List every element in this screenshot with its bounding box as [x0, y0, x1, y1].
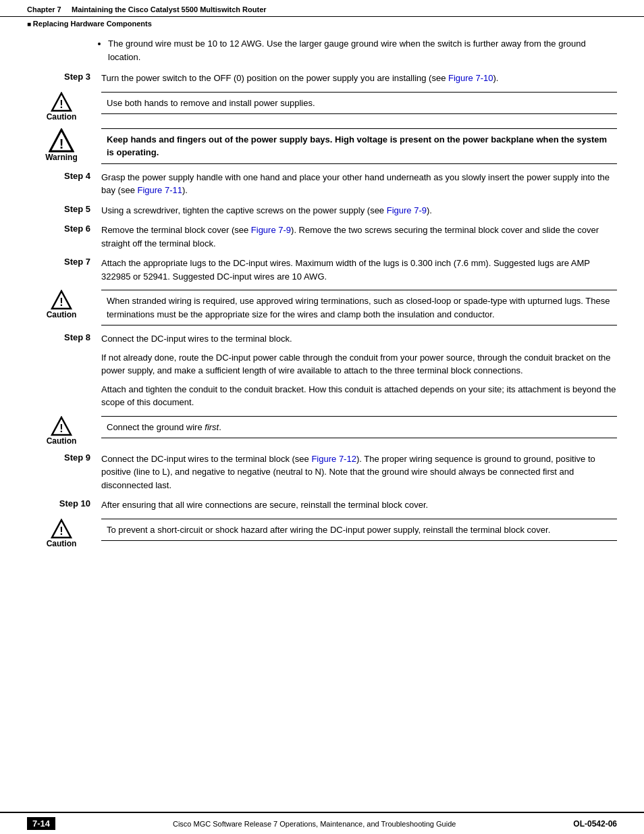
step-7-content: Attach the appropriate lugs to the DC-in…: [101, 257, 617, 283]
bullet-list: The ground wire must be 10 to 12 AWG. Us…: [108, 37, 617, 63]
figure-7-12-link[interactable]: Figure 7-12: [311, 454, 356, 464]
chapter-num: Chapter 7: [27, 5, 61, 14]
caution-3-label: Caution: [47, 436, 77, 446]
figure-7-11-link[interactable]: Figure 7-11: [137, 185, 182, 195]
page-number: 7-14: [27, 817, 55, 830]
caution-3-icon-area: ! Caution: [27, 416, 101, 446]
step-7-row: Step 7 Attach the appropriate lugs to th…: [27, 257, 617, 283]
step-10-row: Step 10 After ensuring that all wire con…: [27, 498, 617, 512]
caution-1-label: Caution: [47, 112, 77, 122]
step-9-row: Step 9 Connect the DC-input wires to the…: [27, 452, 617, 492]
caution-4-icon-area: ! Caution: [27, 519, 101, 548]
step-6-content: Remove the terminal block cover (see Fig…: [101, 224, 617, 250]
svg-text:!: !: [59, 136, 64, 151]
caution-1-icon-area: ! Caution: [27, 92, 101, 122]
caution-1-row: ! Caution Use both hands to remove and i…: [27, 92, 617, 122]
warning-1-row: ! Warning Keep hands and fingers out of …: [27, 128, 617, 164]
step-3-row: Step 3 Turn the power switch to the OFF …: [27, 72, 617, 85]
svg-text:!: !: [59, 525, 63, 537]
step-8-label: Step 8: [27, 332, 101, 342]
caution-2-row: ! Caution When stranded wiring is requir…: [27, 290, 617, 325]
step-4-row: Step 4 Grasp the power supply handle wit…: [27, 171, 617, 197]
caution-4-triangle-icon: !: [51, 519, 72, 539]
step-9-content: Connect the DC-input wires to the termin…: [101, 452, 617, 492]
caution-3-row: ! Caution Connect the ground wire first.: [27, 416, 617, 446]
step-7-label: Step 7: [27, 257, 101, 267]
main-content: The ground wire must be 10 to 12 AWG. Us…: [0, 30, 644, 812]
caution-2-box: When stranded wiring is required, use ap…: [101, 290, 617, 325]
list-item: The ground wire must be 10 to 12 AWG. Us…: [108, 37, 617, 63]
caution-2-icon-area: ! Caution: [27, 290, 101, 319]
footer-left: 7-14: [27, 817, 55, 830]
warning-1-label: Warning: [45, 153, 78, 162]
caution-3-box: Connect the ground wire first.: [101, 416, 617, 439]
warning-1-box: Keep hands and fingers out of the power …: [101, 128, 617, 164]
page-container: Chapter 7 Maintaining the Cisco Catalyst…: [0, 0, 644, 834]
figure-7-9-link-1[interactable]: Figure 7-9: [387, 205, 427, 215]
caution-4-row: ! Caution To prevent a short-circuit or …: [27, 519, 617, 548]
footer-doc-number: OL-0542-06: [573, 819, 617, 829]
caution-4-label: Caution: [47, 539, 77, 548]
caution-1-box: Use both hands to remove and install pow…: [101, 92, 617, 115]
step-4-content: Grasp the power supply handle with one h…: [101, 171, 617, 197]
step-10-content: After ensuring that all wire connections…: [101, 498, 617, 512]
step-5-label: Step 5: [27, 204, 101, 214]
step-8-row: Step 8 Connect the DC-input wires to the…: [27, 332, 617, 409]
step-8-content: Connect the DC-input wires to the termin…: [101, 332, 617, 409]
step-3-label: Step 3: [27, 72, 101, 82]
figure-7-10-link[interactable]: Figure 7-10: [448, 73, 493, 83]
footer-book-title: Cisco MGC Software Release 7 Operations,…: [55, 820, 573, 828]
warning-1-icon-area: ! Warning: [27, 128, 101, 162]
caution-3-triangle-icon: !: [51, 416, 72, 436]
page-header: Chapter 7 Maintaining the Cisco Catalyst…: [0, 0, 644, 17]
caution-2-triangle-icon: !: [51, 290, 72, 310]
figure-7-9-link-2[interactable]: Figure 7-9: [251, 225, 291, 235]
caution-triangle-icon: !: [51, 92, 72, 112]
step-6-label: Step 6: [27, 224, 101, 234]
caution-2-label: Caution: [47, 310, 77, 319]
step-5-row: Step 5 Using a screwdriver, tighten the …: [27, 204, 617, 217]
step-9-label: Step 9: [27, 452, 101, 463]
caution-4-box: To prevent a short-circuit or shock haza…: [101, 519, 617, 542]
warning-triangle-icon: !: [49, 128, 74, 153]
step-6-row: Step 6 Remove the terminal block cover (…: [27, 224, 617, 250]
page-footer: 7-14 Cisco MGC Software Release 7 Operat…: [0, 812, 644, 834]
chapter-title: Chapter 7 Maintaining the Cisco Catalyst…: [27, 5, 267, 14]
step-3-content: Turn the power switch to the OFF (0) pos…: [101, 72, 617, 85]
svg-text:!: !: [59, 296, 63, 308]
step-5-content: Using a screwdriver, tighten the captive…: [101, 204, 617, 217]
chapter-name: Maintaining the Cisco Catalyst 5500 Mult…: [72, 5, 267, 14]
svg-text:!: !: [59, 99, 63, 110]
breadcrumb: Replacing Hardware Components: [0, 17, 644, 30]
step-4-label: Step 4: [27, 171, 101, 181]
step-10-label: Step 10: [27, 498, 101, 509]
svg-text:!: !: [59, 423, 63, 434]
